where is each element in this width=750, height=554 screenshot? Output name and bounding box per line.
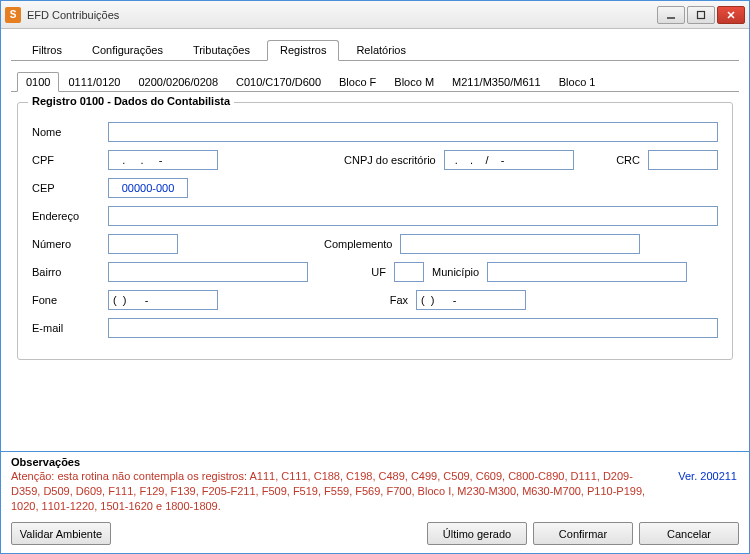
uf-input[interactable] — [394, 262, 424, 282]
tab-configuracoes[interactable]: Configurações — [79, 40, 176, 60]
window-title: EFD Contribuições — [27, 9, 657, 21]
subtab-bloco-f[interactable]: Bloco F — [330, 72, 385, 91]
observations-section: Observações Atenção: esta rotina não con… — [1, 451, 749, 516]
fax-input[interactable] — [416, 290, 526, 310]
tab-registros[interactable]: Registros — [267, 40, 339, 61]
bairro-input[interactable] — [108, 262, 308, 282]
window-buttons — [657, 6, 745, 24]
email-label: E-mail — [32, 322, 100, 334]
nome-input[interactable] — [108, 122, 718, 142]
cep-input[interactable] — [108, 178, 188, 198]
cancelar-button[interactable]: Cancelar — [639, 522, 739, 545]
groupbox-legend: Registro 0100 - Dados do Contabilista — [28, 95, 234, 107]
cpf-label: CPF — [32, 154, 100, 166]
endereco-input[interactable] — [108, 206, 718, 226]
subtab-bloco-m[interactable]: Bloco M — [385, 72, 443, 91]
titlebar: S EFD Contribuições — [1, 1, 749, 29]
cpf-input[interactable] — [108, 150, 218, 170]
numero-label: Número — [32, 238, 100, 250]
form-area: Registro 0100 - Dados do Contabilista No… — [11, 92, 739, 451]
tab-tributacoes[interactable]: Tributações — [180, 40, 263, 60]
email-input[interactable] — [108, 318, 718, 338]
app-icon: S — [5, 7, 21, 23]
footer: Validar Ambiente Último gerado Confirmar… — [1, 516, 749, 553]
confirmar-button[interactable]: Confirmar — [533, 522, 633, 545]
cnpj-input[interactable] — [444, 150, 574, 170]
svg-rect-1 — [698, 11, 705, 18]
fone-label: Fone — [32, 294, 100, 306]
tab-relatorios[interactable]: Relatórios — [343, 40, 419, 60]
subtab-m211-m350-m611[interactable]: M211/M350/M611 — [443, 72, 550, 91]
groupbox-registro-0100: Registro 0100 - Dados do Contabilista No… — [17, 102, 733, 360]
fax-label: Fax — [384, 294, 408, 306]
subtab-0111-0120[interactable]: 0111/0120 — [59, 72, 129, 91]
maximize-button[interactable] — [687, 6, 715, 24]
subtab-0100[interactable]: 0100 — [17, 72, 59, 92]
subtab-0200-0206-0208[interactable]: 0200/0206/0208 — [129, 72, 227, 91]
crc-input[interactable] — [648, 150, 718, 170]
municipio-label: Município — [432, 266, 479, 278]
numero-input[interactable] — [108, 234, 178, 254]
uf-label: UF — [366, 266, 386, 278]
complemento-input[interactable] — [400, 234, 640, 254]
main-tabs: Filtros Configurações Tributações Regist… — [11, 37, 739, 61]
observations-body: Atenção: esta rotina não contempla os re… — [11, 469, 739, 514]
subtab-bloco-1[interactable]: Bloco 1 — [550, 72, 605, 91]
nome-label: Nome — [32, 126, 100, 138]
cep-label: CEP — [32, 182, 100, 194]
municipio-input[interactable] — [487, 262, 687, 282]
close-button[interactable] — [717, 6, 745, 24]
app-window: S EFD Contribuições Filtros Configuraçõe… — [0, 0, 750, 554]
subtab-c010-c170-d600[interactable]: C010/C170/D600 — [227, 72, 330, 91]
complemento-label: Complemento — [324, 238, 392, 250]
cnpj-label: CNPJ do escritório — [344, 154, 436, 166]
fone-input[interactable] — [108, 290, 218, 310]
sub-tabs: 0100 0111/0120 0200/0206/0208 C010/C170/… — [11, 69, 739, 92]
ultimo-gerado-button[interactable]: Último gerado — [427, 522, 527, 545]
endereco-label: Endereço — [32, 210, 100, 222]
crc-label: CRC — [616, 154, 640, 166]
minimize-button[interactable] — [657, 6, 685, 24]
observations-title: Observações — [11, 456, 739, 468]
validar-ambiente-button[interactable]: Validar Ambiente — [11, 522, 111, 545]
tab-filtros[interactable]: Filtros — [19, 40, 75, 60]
bairro-label: Bairro — [32, 266, 100, 278]
version-label: Ver. 200211 — [678, 470, 737, 482]
content-area: Filtros Configurações Tributações Regist… — [1, 29, 749, 451]
